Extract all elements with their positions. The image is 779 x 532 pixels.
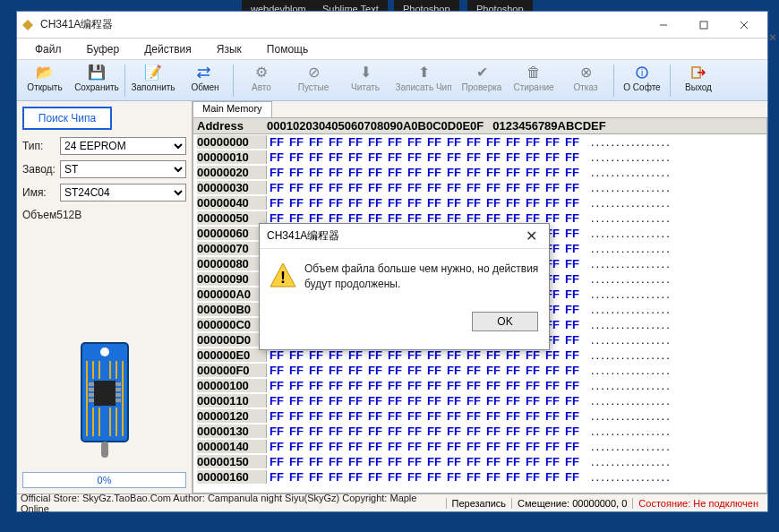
hex-byte[interactable]: FF bbox=[346, 394, 365, 408]
hex-byte[interactable]: FF bbox=[484, 379, 503, 392]
hex-byte[interactable]: FF bbox=[306, 470, 326, 484]
hex-byte[interactable]: FF bbox=[444, 470, 464, 484]
name-select[interactable]: ST24C04 bbox=[60, 184, 186, 202]
hex-byte[interactable]: FF bbox=[306, 150, 326, 164]
hex-byte[interactable]: FF bbox=[326, 425, 346, 438]
hex-byte[interactable]: FF bbox=[326, 409, 346, 423]
hex-byte[interactable]: FF bbox=[346, 348, 365, 362]
hex-byte[interactable]: FF bbox=[503, 394, 523, 408]
hex-byte[interactable]: FF bbox=[267, 150, 287, 164]
hex-byte[interactable]: FF bbox=[365, 470, 385, 484]
hex-byte[interactable]: FF bbox=[444, 440, 464, 453]
hex-byte[interactable]: FF bbox=[543, 348, 562, 362]
hex-byte[interactable]: FF bbox=[365, 196, 385, 210]
hex-byte[interactable]: FF bbox=[444, 181, 464, 194]
hex-byte[interactable]: FF bbox=[267, 379, 287, 392]
hex-byte[interactable]: FF bbox=[444, 150, 464, 164]
hex-byte[interactable]: FF bbox=[385, 196, 405, 210]
dialog-close-button[interactable]: ✕ bbox=[520, 227, 542, 245]
menu-language[interactable]: Язык bbox=[204, 43, 254, 56]
hex-byte[interactable]: FF bbox=[306, 348, 326, 362]
hex-byte[interactable]: FF bbox=[503, 166, 523, 179]
hex-byte[interactable]: FF bbox=[523, 394, 543, 408]
hex-byte[interactable]: FF bbox=[562, 318, 582, 331]
hex-byte[interactable]: FF bbox=[523, 455, 543, 468]
hex-byte[interactable]: FF bbox=[424, 135, 444, 149]
hex-byte[interactable]: FF bbox=[306, 364, 326, 377]
hex-byte[interactable]: FF bbox=[523, 196, 543, 210]
auto-button[interactable]: ⚙Авто bbox=[235, 62, 287, 99]
hex-byte[interactable]: FF bbox=[385, 135, 405, 149]
hex-byte[interactable]: FF bbox=[287, 196, 306, 210]
hex-byte[interactable]: FF bbox=[424, 150, 444, 164]
hex-byte[interactable]: FF bbox=[405, 166, 424, 179]
hex-byte[interactable]: FF bbox=[503, 196, 523, 210]
hex-byte[interactable]: FF bbox=[405, 348, 424, 362]
hex-byte[interactable]: FF bbox=[464, 440, 484, 453]
hex-byte[interactable]: FF bbox=[385, 425, 405, 438]
hex-byte[interactable]: FF bbox=[405, 394, 424, 408]
hex-byte[interactable]: FF bbox=[424, 364, 444, 377]
hex-byte[interactable]: FF bbox=[543, 135, 562, 149]
hex-byte[interactable]: FF bbox=[503, 348, 523, 362]
hex-byte[interactable]: FF bbox=[326, 150, 346, 164]
hex-byte[interactable]: FF bbox=[562, 364, 582, 377]
hex-byte[interactable]: FF bbox=[464, 166, 484, 179]
hex-byte[interactable]: FF bbox=[484, 364, 503, 377]
hex-byte[interactable]: FF bbox=[405, 455, 424, 468]
hex-byte[interactable]: FF bbox=[385, 379, 405, 392]
hex-byte[interactable]: FF bbox=[562, 470, 582, 484]
hex-byte[interactable]: FF bbox=[523, 150, 543, 164]
hex-byte[interactable]: FF bbox=[267, 440, 287, 453]
hex-byte[interactable]: FF bbox=[287, 135, 306, 149]
hex-byte[interactable]: FF bbox=[346, 470, 365, 484]
hex-byte[interactable]: FF bbox=[444, 425, 464, 438]
hex-byte[interactable]: FF bbox=[287, 379, 306, 392]
hex-byte[interactable]: FF bbox=[365, 440, 385, 453]
hex-byte[interactable]: FF bbox=[287, 455, 306, 468]
hex-byte[interactable]: FF bbox=[365, 379, 385, 392]
hex-byte[interactable]: FF bbox=[464, 425, 484, 438]
hex-byte[interactable]: FF bbox=[405, 379, 424, 392]
tab-main-memory[interactable]: Main Memory bbox=[193, 101, 272, 117]
hex-byte[interactable]: FF bbox=[484, 394, 503, 408]
hex-byte[interactable]: FF bbox=[464, 470, 484, 484]
hex-byte[interactable]: FF bbox=[562, 257, 582, 270]
hex-byte[interactable]: FF bbox=[562, 394, 582, 408]
hex-byte[interactable]: FF bbox=[523, 379, 543, 392]
hex-byte[interactable]: FF bbox=[326, 379, 346, 392]
hex-byte[interactable]: FF bbox=[424, 409, 444, 423]
hex-byte[interactable]: FF bbox=[306, 455, 326, 468]
hex-byte[interactable]: FF bbox=[543, 394, 562, 408]
hex-byte[interactable]: FF bbox=[267, 455, 287, 468]
hex-byte[interactable]: FF bbox=[424, 379, 444, 392]
hex-byte[interactable]: FF bbox=[405, 196, 424, 210]
menu-actions[interactable]: Действия bbox=[132, 43, 204, 56]
exit-button[interactable]: Выход bbox=[672, 62, 724, 99]
hex-byte[interactable]: FF bbox=[365, 455, 385, 468]
hex-byte[interactable]: FF bbox=[267, 409, 287, 423]
hex-byte[interactable]: FF bbox=[424, 166, 444, 179]
hex-byte[interactable]: FF bbox=[326, 181, 346, 194]
hex-byte[interactable]: FF bbox=[306, 135, 326, 149]
hex-byte[interactable]: FF bbox=[385, 470, 405, 484]
hex-byte[interactable]: FF bbox=[365, 166, 385, 179]
hex-byte[interactable]: FF bbox=[267, 348, 287, 362]
hex-byte[interactable]: FF bbox=[405, 440, 424, 453]
hex-byte[interactable]: FF bbox=[424, 181, 444, 194]
hex-byte[interactable]: FF bbox=[267, 394, 287, 408]
menu-file[interactable]: Файл bbox=[22, 43, 74, 56]
hex-byte[interactable]: FF bbox=[543, 379, 562, 392]
hex-byte[interactable]: FF bbox=[543, 455, 562, 468]
hex-byte[interactable]: FF bbox=[444, 135, 464, 149]
hex-byte[interactable]: FF bbox=[562, 196, 582, 210]
hex-byte[interactable]: FF bbox=[326, 348, 346, 362]
hex-byte[interactable]: FF bbox=[365, 135, 385, 149]
hex-byte[interactable]: FF bbox=[543, 150, 562, 164]
hex-byte[interactable]: FF bbox=[562, 287, 582, 301]
hex-byte[interactable]: FF bbox=[523, 364, 543, 377]
hex-byte[interactable]: FF bbox=[503, 379, 523, 392]
hex-byte[interactable]: FF bbox=[405, 425, 424, 438]
hex-byte[interactable]: FF bbox=[346, 150, 365, 164]
maximize-button[interactable] bbox=[683, 13, 723, 38]
